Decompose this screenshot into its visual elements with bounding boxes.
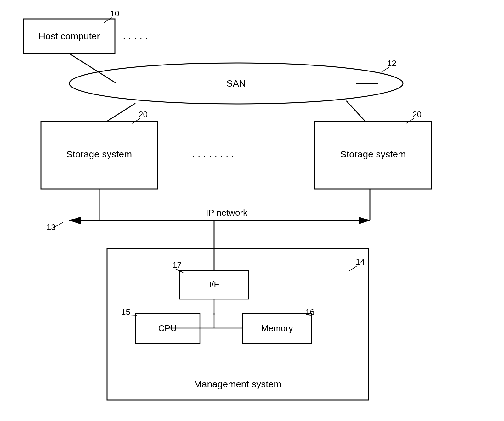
ref-15: 15 [121,307,130,317]
ref-12: 12 [387,59,396,68]
ref-20-right: 20 [412,110,422,119]
san-to-storage-right [346,101,365,121]
ref-10: 10 [110,9,119,18]
ip-network-label: IP network [206,208,248,218]
svg-line-1 [381,67,389,72]
storage-right-label: Storage system [340,149,406,159]
storage-left-label: Storage system [66,149,132,159]
ref-20-left: 20 [139,110,148,119]
san-label: SAN [226,78,246,88]
management-system-label: Management system [194,379,281,389]
dots-storage: . . . . . . . . [192,148,234,160]
if-label: I/F [209,280,219,289]
host-computer-label: Host computer [38,31,100,41]
dots-host: . . . . . [123,30,148,42]
diagram-container: Host computer 10 . . . . . SAN 12 Storag… [0,0,504,421]
architecture-diagram: Host computer 10 . . . . . SAN 12 Storag… [0,0,504,421]
ref-14: 14 [356,257,365,266]
memory-label: Memory [261,323,293,333]
ref-17: 17 [173,260,182,270]
san-to-storage-left [107,103,135,121]
